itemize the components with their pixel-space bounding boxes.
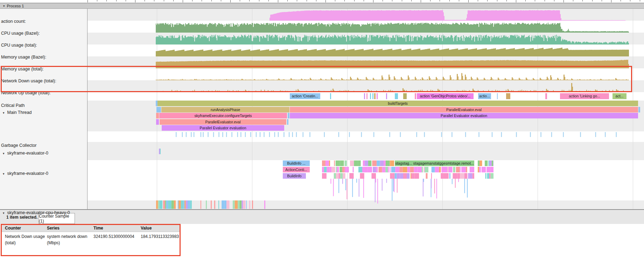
main-thread-slice[interactable] [287,119,288,125]
selection-status: 1 item selected. [6,215,37,220]
main-thread-slice[interactable]: ParallelEvaluator.eval [290,107,638,112]
disclosure-triangle-icon[interactable]: ▾ [3,172,5,176]
main-thread-slice[interactable]: Parallel Evaluator evaluation [162,125,284,131]
track-label-panel: action count:CPU usage (Bazel):CPU usage… [0,9,88,209]
track-label-text: Critical Path [1,103,24,108]
critical-path-slice[interactable] [372,93,373,99]
track-label-text: skyframe-evaluator-cpu-heavy-0 [7,210,70,215]
time-ruler[interactable] [0,0,644,3]
track-label-text: Network Up usage (total): [1,90,51,95]
main-thread-slice[interactable] [156,107,161,112]
critical-path-slice[interactable]: action 'GenObjcProtos video/... [417,93,474,99]
track-label-text: skyframe-evaluator-0 [7,171,48,176]
critical-path-slice[interactable] [374,93,376,99]
col-header-time[interactable]: Time [93,226,103,231]
critical-path-slice[interactable] [395,93,398,99]
disclosure-triangle-icon[interactable]: ▾ [3,211,5,215]
main-thread-slice[interactable] [156,113,159,118]
sidebar-track-label: CPU usage (Bazel): [1,31,40,36]
track-label-text: Garbage Collector [1,143,36,148]
track-label-text: action count: [1,19,26,24]
critical-path-slice[interactable]: actio... [478,93,491,99]
track-label-text: CPU usage (total): [1,43,37,48]
track-label-text: CPU usage (Bazel): [1,31,40,36]
col-header-value[interactable]: Value [141,226,152,231]
evaluator-slice[interactable]: BuildInfo ... [283,160,310,166]
critical-path-slice[interactable] [506,93,510,99]
main-thread-slice[interactable]: ParallelEvaluator.eval [160,119,286,125]
main-thread-slice[interactable] [288,113,289,118]
critical-path-slice[interactable] [545,93,547,99]
track-label-text: Memory usage (total): [1,67,44,71]
critical-path-slice[interactable] [497,93,498,99]
sidebar-track-label: CPU usage (total): [1,43,37,48]
main-thread-slice[interactable] [156,119,159,125]
critical-path-slice[interactable] [364,93,365,99]
disclosure-triangle-icon[interactable]: ▾ [3,152,5,155]
sidebar-track-label: Network Down usage (total): [1,78,56,83]
evaluator-slice[interactable]: ActionConti... [283,167,310,172]
critical-path-slice[interactable] [415,93,416,99]
main-thread-slice[interactable]: runAnalysisPhase [161,107,289,112]
track-label-text: Main Thread [7,110,32,115]
main-thread-slice[interactable] [638,107,640,112]
main-thread-slice[interactable]: skyframeExecutor.configureTargets [159,113,287,118]
cell-series: system network down (Mbps) [47,233,87,246]
track-label-text: Network Down usage (total): [1,78,56,83]
critical-path-slice[interactable] [370,93,371,99]
disclosure-triangle-icon[interactable]: ▾ [3,111,5,115]
table-header-row [2,225,180,232]
disclosure-triangle-icon: ▾ [3,4,5,8]
sidebar-track-label[interactable]: ▾skyframe-evaluator-0 [3,151,48,156]
sidebar-track-label: action count: [1,19,26,24]
track-label-text: skyframe-evaluator-0 [7,151,48,156]
critical-path-slice[interactable] [366,93,368,99]
track-label-text: Memory usage (Bazel): [1,55,46,60]
col-header-counter[interactable]: Counter [5,226,21,231]
critical-path-slice[interactable]: action 'Creatin... [290,93,320,99]
sidebar-track-label: Memory usage (Bazel): [1,55,46,60]
sidebar-track-label: Network Up usage (total): [1,90,51,95]
sidebar-track-label: Critical Path [1,103,24,108]
main-thread-slice[interactable]: buildTargets [158,101,638,106]
detail-panel-tabstrip [0,210,644,224]
evaluator-slice[interactable]: BuildInfo [283,173,306,179]
critical-path-slice[interactable]: action 'Linking go... [560,93,609,99]
cell-value: 184.1793113323983 [141,233,179,240]
critical-path-slice[interactable] [377,93,378,99]
sidebar-track-label[interactable]: ▾skyframe-evaluator-0 [3,171,48,176]
evaluator-slice[interactable]: stagstag... stagagemanstatggesmtstage.re… [395,160,474,166]
process-title: Process 1 [7,4,24,8]
cell-counter: Network Down usage (total) [5,233,45,246]
sidebar-track-label: Garbage Collector [1,143,36,148]
critical-path-slice[interactable]: act... [612,93,626,99]
critical-path-slice[interactable] [403,93,407,99]
cell-time: 324190.51300000004 [93,233,134,240]
col-header-series[interactable]: Series [47,226,59,231]
main-thread-slice[interactable]: Parallel Evaluator evaluation [290,113,638,118]
sidebar-track-label: Memory usage (total): [1,67,44,71]
process-header[interactable]: ▾ Process 1 [0,3,644,9]
trace-viewer: ▾ Process 1 action 'Creatin...action 'Ge… [0,0,644,260]
critical-path-slice[interactable] [330,93,331,99]
sidebar-track-label[interactable]: ▾skyframe-evaluator-cpu-heavy-0 [3,210,70,215]
sidebar-track-label[interactable]: ▾Main Thread [3,110,31,115]
counter-charts-canvas[interactable] [88,9,644,92]
critical-path-slice[interactable] [386,93,387,99]
